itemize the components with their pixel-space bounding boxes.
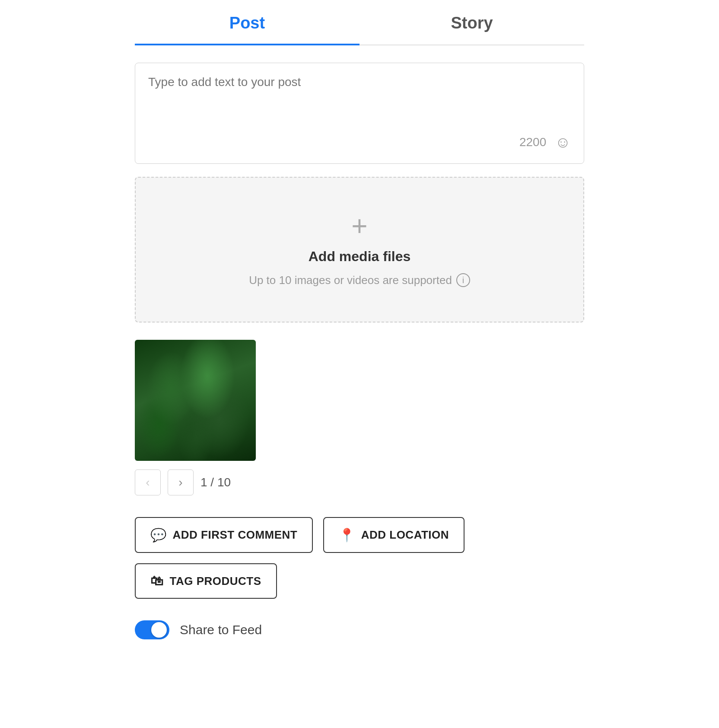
textarea-footer: 2200 ☺: [148, 133, 571, 151]
media-support-text: Up to 10 images or videos are supported …: [249, 273, 470, 287]
next-button[interactable]: ›: [168, 469, 194, 495]
add-media-icon: +: [351, 212, 367, 240]
tab-post[interactable]: Post: [135, 0, 360, 45]
char-count: 2200: [519, 135, 546, 149]
tab-post-label: Post: [229, 14, 265, 32]
add-location-label: ADD LOCATION: [361, 528, 449, 542]
comment-icon: 💬: [150, 527, 167, 543]
post-text-area-wrapper: 2200 ☺: [135, 63, 584, 164]
image-thumbnail: [135, 340, 256, 461]
pagination-controls: ‹ › 1 / 10: [135, 469, 584, 495]
prev-icon: ‹: [146, 476, 150, 489]
location-icon: 📍: [339, 527, 355, 543]
tag-products-label: TAG PRODUCTS: [170, 575, 261, 588]
add-media-label: Add media files: [309, 249, 411, 265]
add-location-button[interactable]: 📍 ADD LOCATION: [323, 517, 464, 553]
support-text-content: Up to 10 images or videos are supported: [249, 274, 452, 287]
thumbnail-image: [135, 340, 256, 461]
toggle-knob: [151, 622, 167, 638]
post-textarea[interactable]: [148, 75, 571, 127]
prev-button[interactable]: ‹: [135, 469, 161, 495]
share-feed-label: Share to Feed: [180, 623, 262, 637]
media-upload-area[interactable]: + Add media files Up to 10 images or vid…: [135, 177, 584, 322]
info-icon: i: [456, 273, 470, 287]
tab-story[interactable]: Story: [360, 0, 584, 45]
leaf-pattern: [135, 340, 256, 461]
add-first-comment-button[interactable]: 💬 ADD FIRST COMMENT: [135, 517, 313, 553]
tab-story-label: Story: [451, 14, 493, 32]
page-indicator: 1 / 10: [200, 476, 231, 489]
products-icon: 🛍: [150, 574, 164, 588]
share-feed-toggle[interactable]: [135, 620, 169, 639]
action-buttons: 💬 ADD FIRST COMMENT 📍 ADD LOCATION 🛍 TAG…: [135, 517, 584, 599]
emoji-icon[interactable]: ☺: [555, 133, 571, 151]
tab-bar: Post Story: [135, 0, 584, 45]
add-first-comment-label: ADD FIRST COMMENT: [173, 528, 298, 542]
next-icon: ›: [178, 476, 182, 489]
share-feed-row: Share to Feed: [135, 620, 584, 639]
tag-products-button[interactable]: 🛍 TAG PRODUCTS: [135, 563, 277, 599]
image-preview-section: ‹ › 1 / 10: [135, 340, 584, 495]
